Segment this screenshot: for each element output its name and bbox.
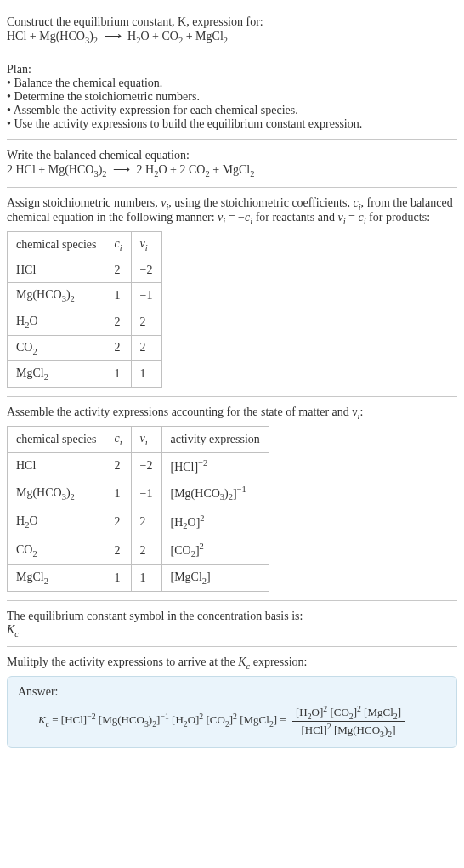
table-row: CO222[CO2]2: [8, 536, 269, 564]
plan-item: Use the activity expressions to build th…: [7, 117, 457, 131]
plan-item: Assemble the activity expression for eac…: [7, 104, 457, 117]
multiply-section: Mulitply the activity expressions to arr…: [7, 647, 457, 757]
table-row: CO222: [8, 335, 162, 361]
multiply-text: Mulitply the activity expressions to arr…: [7, 655, 457, 671]
intro-equation: HCl + Mg(HCO3)2 ⟶ H2O + CO2 + MgCl2: [7, 29, 457, 45]
table-row: MgCl211: [8, 361, 162, 388]
table-row: HCl2−2[HCl]−2: [8, 452, 269, 479]
arrow-icon: ⟶: [101, 30, 125, 43]
intro-section: Construct the equilibrium constant, K, e…: [7, 7, 457, 54]
th-species: chemical species: [8, 232, 105, 258]
plan-item: Determine the stoichiometric numbers.: [7, 90, 457, 104]
eq-const-kc: Kc: [7, 623, 457, 638]
plan-section: Plan: Balance the chemical equation. Det…: [7, 54, 457, 140]
table-row: Mg(HCO3)21−1[Mg(HCO3)2]−1: [8, 479, 269, 508]
eq-const-symbol-section: The equilibrium constant symbol in the c…: [7, 601, 457, 648]
activity-section: Assemble the activity expressions accoun…: [7, 397, 457, 600]
table-header-row: chemical species ci νi activity expressi…: [8, 426, 269, 452]
stoich-table: chemical species ci νi HCl2−2 Mg(HCO3)21…: [7, 231, 162, 388]
answer-label: Answer:: [18, 685, 446, 699]
activity-intro: Assemble the activity expressions accoun…: [7, 406, 457, 421]
answer-box: Answer: Kc = [HCl]−2 [Mg(HCO3)2]−1 [H2O]…: [7, 676, 457, 748]
table-header-row: chemical species ci νi: [8, 232, 162, 258]
intro-line1: Construct the equilibrium constant, K, e…: [7, 15, 457, 29]
table-row: MgCl211[MgCl2]: [8, 564, 269, 591]
balanced-equation: 2 HCl + Mg(HCO3)2 ⟶ 2 H2O + 2 CO2 + MgCl…: [7, 162, 457, 179]
table-row: HCl2−2: [8, 258, 162, 282]
table-row: H2O22[H2O]2: [8, 508, 269, 536]
plan-list: Balance the chemical equation. Determine…: [7, 77, 457, 131]
plan-title: Plan:: [7, 63, 457, 77]
assign-section: Assign stoichiometric numbers, νi, using…: [7, 188, 457, 398]
fraction: [H2O]2 [CO2]2 [MgCl2][HCl]2 [Mg(HCO3)2]: [292, 704, 405, 739]
table-row: Mg(HCO3)21−1: [8, 282, 162, 309]
arrow-icon: ⟶: [110, 163, 133, 176]
eq-const-line1: The equilibrium constant symbol in the c…: [7, 610, 457, 623]
th-c: ci: [105, 232, 131, 258]
table-row: H2O22: [8, 309, 162, 335]
balanced-section: Write the balanced chemical equation: 2 …: [7, 140, 457, 188]
balanced-title: Write the balanced chemical equation:: [7, 149, 457, 162]
kc-expression: Kc = [HCl]−2 [Mg(HCO3)2]−1 [H2O]2 [CO2]2…: [18, 704, 446, 739]
assign-text: Assign stoichiometric numbers, νi, using…: [7, 196, 457, 227]
activity-table: chemical species ci νi activity expressi…: [7, 426, 269, 592]
th-nu: νi: [131, 232, 161, 258]
plan-item: Balance the chemical equation.: [7, 77, 457, 90]
